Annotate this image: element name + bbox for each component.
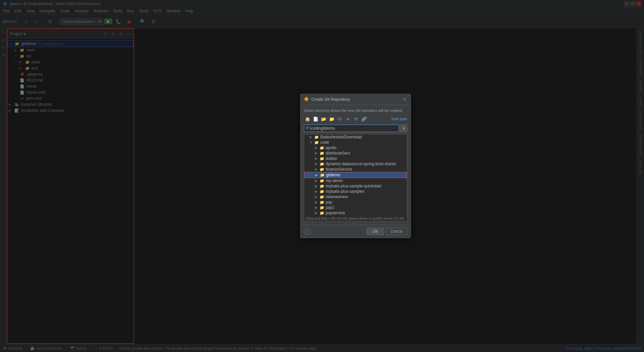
refresh-folder-button[interactable]: 📁 xyxy=(328,115,335,123)
drag-drop-hint: Drag and drop a file into the space abov… xyxy=(304,216,407,221)
refresh-button[interactable]: ⟳ xyxy=(352,115,360,123)
new-folder-button[interactable]: ➕ xyxy=(336,115,343,123)
file-tree-item-apollo[interactable]: ▶ 📁 apollo xyxy=(304,145,407,150)
folder-icon-financeservice: 📁 xyxy=(320,167,324,172)
home-button[interactable]: 🏠 xyxy=(304,115,311,123)
label-mybatis-quickstart: mybatis-plus-sample-quickstart xyxy=(326,184,381,188)
folder-icon-gitdemo-dialog: 📁 xyxy=(320,173,325,177)
file-tree-item-dynamic[interactable]: ▶ 📁 dynamic-datasource-spring-boot-start… xyxy=(304,161,407,167)
label-mpdemo: mp-demo xyxy=(326,178,343,183)
file-tree-item-code[interactable]: ▼ 📁 code xyxy=(304,140,407,145)
dialog-action-buttons: OK Cancel xyxy=(367,228,407,235)
path-input[interactable] xyxy=(304,125,399,132)
file-browser-toolbar: 🏠 📄 📂 📁 ➕ ✕ ⟳ 🔗 Hide path xyxy=(304,115,407,123)
arrow-financeservice: ▶ xyxy=(315,168,320,171)
file-tree-item-distributeserv[interactable]: ▶ 📁 distributeServ xyxy=(304,150,407,156)
path-input-row: ⬇ xyxy=(304,125,407,132)
file-tree-item-payservice[interactable]: ▶ 📁 payservice xyxy=(304,210,407,216)
label-apollo: apollo xyxy=(326,145,336,150)
arrow-mybatis-quickstart: ▶ xyxy=(315,184,320,188)
folder-icon-pay: 📁 xyxy=(320,200,324,205)
dialog-close-button[interactable]: ✕ xyxy=(402,97,407,102)
label-code: code xyxy=(320,140,329,145)
folder-icon-dubbo: 📁 xyxy=(320,157,324,161)
arrow-pay: ▶ xyxy=(315,201,320,204)
label-dynamic: dynamic-datasource-spring-boot-starter xyxy=(326,162,396,166)
label-dubbo: dubbo xyxy=(326,156,337,161)
file-tree-item-gitdemo[interactable]: ▶ 📁 gitdemo xyxy=(304,172,407,178)
label-pay: pay xyxy=(326,200,332,205)
arrow-gitdemo-dialog: ▶ xyxy=(315,173,320,177)
dialog-footer: ? OK Cancel xyxy=(301,225,411,238)
modal-overlay: 🔶 Create Git Repository ✕ Select directo… xyxy=(0,0,644,352)
file-tree-item-pay1[interactable]: ▶ 📁 pay1 xyxy=(304,205,407,210)
file-tree-item-pay[interactable]: ▶ 📁 pay xyxy=(304,200,407,205)
folder-up-button[interactable]: 📂 xyxy=(320,115,327,123)
label-newnewnew: newnewnew xyxy=(326,194,348,199)
file-tree-item-baidu[interactable]: ▶ 📁 BaiduNetdiskDownload xyxy=(304,134,407,140)
file-tree-item-newnewnew[interactable]: ▶ 📁 newnewnew xyxy=(304,194,407,200)
dialog-description: Select directory where the new Git repos… xyxy=(304,108,407,113)
dialog-title: Create Git Repository xyxy=(311,97,400,102)
folder-icon-newnewnew: 📁 xyxy=(320,195,324,199)
label-baidu: BaiduNetdiskDownload xyxy=(320,135,362,139)
create-git-dialog: 🔶 Create Git Repository ✕ Select directo… xyxy=(300,94,411,238)
dialog-cancel-button[interactable]: Cancel xyxy=(386,228,407,235)
path-browse-button[interactable]: ⬇ xyxy=(400,125,407,132)
file-tree-item-financeservice[interactable]: ▶ 📁 financeService xyxy=(304,167,407,172)
label-distributeserv: distributeServ xyxy=(326,151,350,156)
delete-button[interactable]: ✕ xyxy=(344,115,352,123)
dialog-body: Select directory where the new Git repos… xyxy=(301,105,411,225)
folder-icon-dynamic: 📁 xyxy=(320,162,324,166)
folder-icon-code: 📁 xyxy=(314,140,319,145)
file-browser-tree: ▶ 📁 BaiduNetdiskDownload ▼ 📁 code ▶ 📁 ap… xyxy=(304,134,407,221)
arrow-baidu: ▶ xyxy=(310,135,314,139)
label-financeservice: financeService xyxy=(326,167,352,172)
dialog-git-icon: 🔶 xyxy=(304,97,309,102)
folder-icon-mybatis-samples: 📁 xyxy=(320,189,324,194)
dialog-header: 🔶 Create Git Repository ✕ xyxy=(301,94,411,105)
arrow-dynamic: ▶ xyxy=(315,162,320,166)
arrow-code: ▼ xyxy=(310,141,314,144)
file-tree-item-dubbo[interactable]: ▶ 📁 dubbo xyxy=(304,156,407,161)
label-payservice: payservice xyxy=(326,211,345,215)
file-tree-item-mybatis-samples[interactable]: ▶ 📁 mybatis-plus-samples xyxy=(304,189,407,194)
label-mybatis-samples: mybatis-plus-samples xyxy=(326,189,365,194)
arrow-apollo: ▶ xyxy=(315,146,320,149)
new-file-button[interactable]: 📄 xyxy=(312,115,319,123)
arrow-newnewnew: ▶ xyxy=(315,195,320,199)
label-pay1: pay1 xyxy=(326,205,334,210)
arrow-distributeserv: ▶ xyxy=(315,151,320,155)
link-button[interactable]: 🔗 xyxy=(360,115,368,123)
dialog-ok-button[interactable]: OK xyxy=(367,228,384,235)
folder-icon-mybatis-quickstart: 📁 xyxy=(320,184,324,188)
folder-icon-payservice: 📁 xyxy=(320,211,324,215)
file-tree-item-mpdemo[interactable]: ▶ 📁 mp-demo xyxy=(304,178,407,183)
arrow-payservice: ▶ xyxy=(315,211,320,215)
dialog-help-button[interactable]: ? xyxy=(304,228,311,235)
folder-icon-distributeserv: 📁 xyxy=(320,151,324,156)
folder-icon-baidu: 📁 xyxy=(314,135,319,139)
hide-path-button[interactable]: Hide path xyxy=(391,117,407,121)
folder-icon-apollo: 📁 xyxy=(320,146,324,150)
label-gitdemo-dialog: gitdemo xyxy=(326,173,340,177)
folder-icon-mpdemo: 📁 xyxy=(320,179,324,183)
arrow-mpdemo: ▶ xyxy=(315,179,320,182)
folder-icon-pay1: 📁 xyxy=(320,206,324,210)
arrow-pay1: ▶ xyxy=(315,206,320,209)
file-tree-item-mybatis-quickstart[interactable]: ▶ 📁 mybatis-plus-sample-quickstart xyxy=(304,183,407,189)
arrow-mybatis-samples: ▶ xyxy=(315,190,320,193)
arrow-dubbo: ▶ xyxy=(315,157,320,160)
